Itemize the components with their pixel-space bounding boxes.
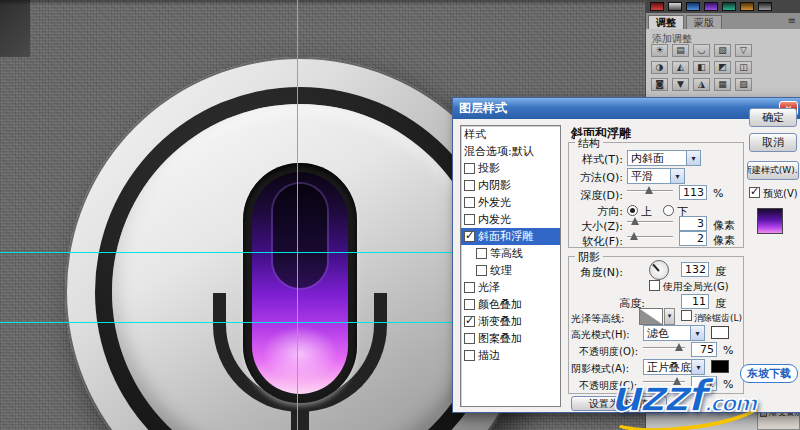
tab-masks[interactable]: 蒙版: [686, 15, 722, 29]
gradient-swatch[interactable]: [740, 2, 754, 11]
size-input[interactable]: 3: [679, 216, 707, 231]
mic-capsule-glow: [262, 326, 338, 382]
angle-dial[interactable]: [649, 260, 669, 280]
slider-thumb[interactable]: [631, 217, 639, 225]
highlight-color-swatch[interactable]: [711, 326, 729, 339]
effect-checkbox[interactable]: [464, 214, 475, 225]
effect-checkbox[interactable]: [464, 180, 475, 191]
slider-thumb[interactable]: [675, 343, 683, 351]
adjustment-icon-curves[interactable]: ◡: [693, 44, 710, 57]
anti-alias-checkbox[interactable]: [681, 310, 692, 321]
highlight-opacity-slider[interactable]: [643, 341, 685, 353]
bevel-method-select[interactable]: 平滑: [627, 168, 685, 184]
styles-item-styles[interactable]: 样式: [461, 126, 560, 143]
styles-item-gradient-overlay[interactable]: 渐变叠加: [461, 313, 560, 330]
adjustment-icon-black-white[interactable]: ◧: [693, 61, 710, 74]
adjustment-icon-photo-filter[interactable]: ◩: [714, 61, 731, 74]
gradient-swatch-strip: [646, 0, 800, 13]
highlight-opacity-unit: %: [723, 344, 733, 357]
highlight-opacity-input[interactable]: 75: [691, 342, 717, 357]
styles-item-blending-options[interactable]: 混合选项:默认: [461, 143, 560, 160]
styles-item-bevel-emboss[interactable]: 斜面和浮雕: [461, 228, 560, 245]
styles-item-inner-shadow[interactable]: 内阴影: [461, 177, 560, 194]
styles-list: 样式 混合选项:默认 投影 内阴影 外发光 内发光 斜面和浮雕 等高线 纹理 光…: [460, 125, 561, 407]
angle-unit: 度: [715, 264, 726, 279]
angle-input[interactable]: 132: [681, 262, 709, 277]
watermark-logo: uzzf.com: [610, 370, 755, 421]
tab-adjustments[interactable]: 调整: [648, 15, 684, 29]
guide-vertical[interactable]: [297, 0, 298, 430]
adjustment-icon-invert[interactable]: ◙: [651, 78, 668, 91]
soften-slider[interactable]: [627, 230, 673, 242]
adjustment-icon-exposure[interactable]: ▧: [714, 44, 731, 57]
adjustment-icon-posterize[interactable]: ▼: [672, 78, 689, 91]
slider-thumb[interactable]: [630, 232, 638, 240]
panel-menu-icon[interactable]: ≡: [788, 15, 796, 26]
slider-thumb[interactable]: [645, 186, 653, 194]
styles-item-satin[interactable]: 光泽: [461, 279, 560, 296]
bevel-style-label: 样式(T):: [571, 152, 623, 167]
canvas-dark-corner: [0, 0, 30, 57]
styles-item-stroke[interactable]: 描边: [461, 347, 560, 364]
gradient-swatch[interactable]: [704, 2, 718, 11]
styles-item-label: 混合选项:默认: [464, 144, 534, 159]
effect-checkbox[interactable]: [476, 265, 487, 276]
ok-button[interactable]: 确定: [749, 108, 797, 127]
dialog-title-bar[interactable]: 图层样式: [453, 98, 800, 119]
effect-checkbox[interactable]: [464, 282, 475, 293]
depth-slider[interactable]: [627, 184, 673, 196]
depth-input[interactable]: 113: [679, 185, 707, 200]
effect-checkbox[interactable]: [476, 248, 487, 259]
styles-item-texture[interactable]: 纹理: [461, 262, 560, 279]
adjustment-icon-channel-mixer[interactable]: ◫: [735, 61, 752, 74]
highlight-mode-value: 滤色: [647, 326, 669, 341]
adjustment-icon-threshold[interactable]: ◮: [693, 78, 710, 91]
mic-stand-stem: [291, 408, 309, 430]
effect-checkbox[interactable]: [464, 299, 475, 310]
gradient-swatch[interactable]: [650, 2, 664, 11]
styles-item-label: 内发光: [478, 212, 511, 227]
size-slider[interactable]: [627, 215, 673, 227]
soften-input[interactable]: 2: [679, 231, 707, 246]
styles-item-color-overlay[interactable]: 颜色叠加: [461, 296, 560, 313]
angle-label: 角度(N):: [571, 265, 623, 280]
effect-checkbox[interactable]: [464, 163, 475, 174]
adjustment-icon-vibrance[interactable]: ▽: [735, 44, 752, 57]
effect-checkbox[interactable]: [464, 231, 475, 242]
effect-checkbox[interactable]: [464, 350, 475, 361]
effect-checkbox[interactable]: [464, 333, 475, 344]
new-style-button[interactable]: 新建样式(W)...: [747, 161, 799, 180]
styles-item-outer-glow[interactable]: 外发光: [461, 194, 560, 211]
anti-alias-label: 消除锯齿(L): [694, 312, 742, 325]
altitude-input[interactable]: 11: [681, 294, 709, 309]
watermark-site-main: uzzf: [610, 370, 704, 421]
adjustment-icon-gradient-map[interactable]: ▦: [714, 78, 731, 91]
gradient-swatch[interactable]: [668, 2, 682, 11]
bevel-method-label: 方法(Q):: [571, 170, 623, 185]
direction-label: 方向:: [583, 204, 623, 219]
gloss-contour-thumbnail[interactable]: [639, 308, 663, 325]
styles-item-drop-shadow[interactable]: 投影: [461, 160, 560, 177]
effect-checkbox[interactable]: [464, 316, 475, 327]
adjustment-icon-brightness-contrast[interactable]: ☀: [651, 44, 668, 57]
styles-item-label: 斜面和浮雕: [478, 229, 533, 244]
bevel-style-select[interactable]: 内斜面: [627, 150, 701, 166]
styles-item-pattern-overlay[interactable]: 图案叠加: [461, 330, 560, 347]
gradient-swatch[interactable]: [686, 2, 700, 11]
cancel-button[interactable]: 取消: [749, 133, 797, 152]
gloss-contour-arrow[interactable]: [664, 308, 675, 325]
adjustment-icon-levels[interactable]: ▤: [672, 44, 689, 57]
adjustment-icon-selective-color[interactable]: ▨: [735, 78, 752, 91]
gradient-swatch[interactable]: [722, 2, 736, 11]
highlight-mode-select[interactable]: 滤色: [643, 325, 705, 341]
size-unit: 像素: [713, 218, 735, 233]
mic-capsule-slot: [273, 184, 327, 288]
adjustment-icon-color-balance[interactable]: ◭: [672, 61, 689, 74]
styles-item-inner-glow[interactable]: 内发光: [461, 211, 560, 228]
global-light-checkbox[interactable]: [649, 280, 660, 291]
styles-item-contour[interactable]: 等高线: [461, 245, 560, 262]
effect-checkbox[interactable]: [464, 197, 475, 208]
gradient-swatch[interactable]: [758, 2, 772, 11]
adjustment-icon-hue-saturation[interactable]: ◑: [651, 61, 668, 74]
preview-checkbox[interactable]: [749, 187, 760, 198]
